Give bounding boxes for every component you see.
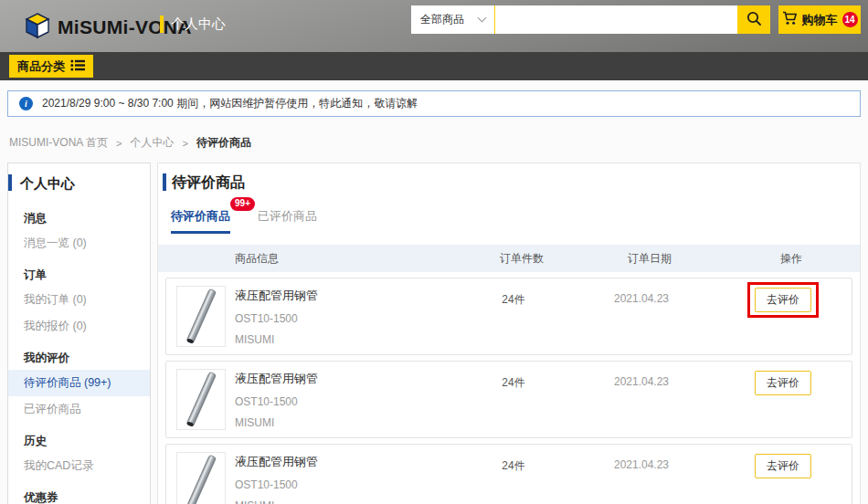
product-image-steel-pipe[interactable] xyxy=(176,452,226,504)
tab-pending-reviews-label: 待评价商品 xyxy=(171,209,230,223)
order-date: 2021.04.23 xyxy=(568,292,715,347)
order-quantity: 24件 xyxy=(459,458,568,504)
go-review-button[interactable]: 去评价 xyxy=(755,288,811,312)
cart-label: 购物车 xyxy=(802,12,838,28)
table-row: 液压配管用钢管 OST10-1500 MISUMI 24件 2021.04.23… xyxy=(165,444,852,504)
sidebar-item-cad-history[interactable]: 我的CAD记录 xyxy=(8,453,150,479)
cart-icon xyxy=(782,11,798,28)
chevron-down-icon xyxy=(478,14,487,23)
breadcrumb-home[interactable]: MISUMI-VONA 首页 xyxy=(9,135,108,151)
product-model: OST10-1500 xyxy=(235,312,318,325)
column-header-quantity: 订单件数 xyxy=(467,251,577,267)
sidebar-title: 个人中心 xyxy=(8,163,150,200)
tabs: 待评价商品 99+ 已评价商品 xyxy=(171,208,860,234)
product-image-steel-pipe[interactable] xyxy=(176,286,226,347)
table-row: 液压配管用钢管 OST10-1500 MISUMI 24件 2021.04.23… xyxy=(165,278,852,355)
table-row: 液压配管用钢管 OST10-1500 MISUMI 24件 2021.04.23… xyxy=(165,361,852,438)
order-date: 2021.04.23 xyxy=(568,458,715,504)
maintenance-notice: i 2021/8/29 9:00 ~ 8/30 7:00 期间，网站因维护暂停使… xyxy=(7,90,861,117)
sidebar-heading-orders: 订单 xyxy=(8,257,150,287)
product-text: 液压配管用钢管 OST10-1500 MISUMI xyxy=(235,369,318,430)
search-category-value: 全部商品 xyxy=(420,12,464,27)
tab-completed-reviews-label: 已评价商品 xyxy=(258,209,317,223)
product-name[interactable]: 液压配管用钢管 xyxy=(235,454,318,470)
sidebar-heading-my-reviews: 我的评价 xyxy=(8,340,150,370)
search-bar: 全部商品 xyxy=(411,5,770,34)
header-page-label: 个人中心 xyxy=(160,16,226,33)
order-date: 2021.04.23 xyxy=(568,375,715,430)
product-name[interactable]: 液压配管用钢管 xyxy=(235,288,318,304)
sidebar-item-pending-reviews[interactable]: 待评价商品 (99+) xyxy=(8,370,150,396)
cart-button[interactable]: 购物车 14 xyxy=(778,5,861,34)
header-page-label-text: 个人中心 xyxy=(171,16,226,33)
action-cell: 去评价 xyxy=(715,371,852,430)
info-icon: i xyxy=(19,97,33,110)
sidebar-heading-history: 历史 xyxy=(8,423,150,453)
product-model: OST10-1500 xyxy=(235,478,318,491)
search-input[interactable] xyxy=(495,5,737,34)
sidebar-item-my-quotes[interactable]: 我的报价 (0) xyxy=(8,313,150,340)
column-header-date: 订单日期 xyxy=(577,251,723,267)
product-text: 液压配管用钢管 OST10-1500 MISUMI xyxy=(235,286,318,347)
product-name[interactable]: 液压配管用钢管 xyxy=(235,371,318,387)
catalog-button-label: 商品分类 xyxy=(17,58,65,75)
cart-count-badge: 14 xyxy=(842,12,858,27)
yellow-bar-divider xyxy=(160,16,164,33)
product-image-steel-pipe[interactable] xyxy=(176,369,226,430)
column-header-product: 商品信息 xyxy=(158,251,467,267)
product-model: OST10-1500 xyxy=(235,395,318,408)
logo-cube-icon xyxy=(24,12,51,43)
go-review-button[interactable]: 去评价 xyxy=(755,371,811,395)
page: MiSUMi-VONA 个人中心 全部商品 xyxy=(0,0,868,504)
tab-count-badge: 99+ xyxy=(230,197,255,211)
tab-completed-reviews[interactable]: 已评价商品 xyxy=(258,208,317,234)
product-cell: 液压配管用钢管 OST10-1500 MISUMI xyxy=(176,369,459,430)
breadcrumb-separator: > xyxy=(182,138,187,149)
sidebar-item-completed-reviews[interactable]: 已评价商品 xyxy=(8,396,150,423)
product-brand: MISUMI xyxy=(235,499,318,504)
go-review-button[interactable]: 去评价 xyxy=(755,454,811,478)
breadcrumb-current: 待评价商品 xyxy=(196,135,251,151)
page-title: 待评价商品 xyxy=(163,173,860,193)
order-quantity: 24件 xyxy=(459,375,568,430)
menu-list-icon xyxy=(70,59,85,74)
red-highlight-box: 去评价 xyxy=(747,282,819,318)
order-quantity: 24件 xyxy=(459,292,568,347)
product-brand: MISUMI xyxy=(235,416,318,429)
search-category-select[interactable]: 全部商品 xyxy=(411,5,495,34)
sidebar-item-my-orders[interactable]: 我的订单 (0) xyxy=(8,287,150,313)
product-text: 液压配管用钢管 OST10-1500 MISUMI xyxy=(235,452,318,504)
sidebar: 个人中心 消息 消息一览 (0) 订单 我的订单 (0) 我的报价 (0) 我的… xyxy=(7,163,151,504)
tab-pending-reviews[interactable]: 待评价商品 99+ xyxy=(171,208,230,234)
product-brand: MISUMI xyxy=(235,333,318,346)
search-icon xyxy=(746,10,762,29)
table-header: 商品信息 订单件数 订单日期 操作 xyxy=(158,245,860,272)
column-header-action: 操作 xyxy=(723,251,860,267)
sidebar-heading-messages: 消息 xyxy=(8,200,150,230)
breadcrumb-separator: > xyxy=(116,138,122,149)
sidebar-item-message-list[interactable]: 消息一览 (0) xyxy=(8,230,150,257)
action-cell: 去评价 xyxy=(715,454,852,504)
product-cell: 液压配管用钢管 OST10-1500 MISUMI xyxy=(176,286,459,347)
breadcrumb: MISUMI-VONA 首页 > 个人中心 > 待评价商品 xyxy=(9,135,251,151)
action-cell: 去评价 xyxy=(715,288,852,347)
category-nav-bar: 商品分类 xyxy=(0,52,868,80)
top-header: MiSUMi-VONA 个人中心 全部商品 xyxy=(0,0,868,52)
sidebar-heading-coupons: 优惠券 xyxy=(8,479,150,504)
search-button[interactable] xyxy=(737,5,770,34)
catalog-button[interactable]: 商品分类 xyxy=(9,55,93,78)
maintenance-notice-text: 2021/8/29 9:00 ~ 8/30 7:00 期间，网站因维护暂停使用，… xyxy=(42,96,418,111)
product-cell: 液压配管用钢管 OST10-1500 MISUMI xyxy=(176,452,459,504)
main-content: 待评价商品 待评价商品 99+ 已评价商品 商品信息 订单件数 订单日期 操作 xyxy=(157,163,861,504)
breadcrumb-personal-center[interactable]: 个人中心 xyxy=(130,135,174,151)
